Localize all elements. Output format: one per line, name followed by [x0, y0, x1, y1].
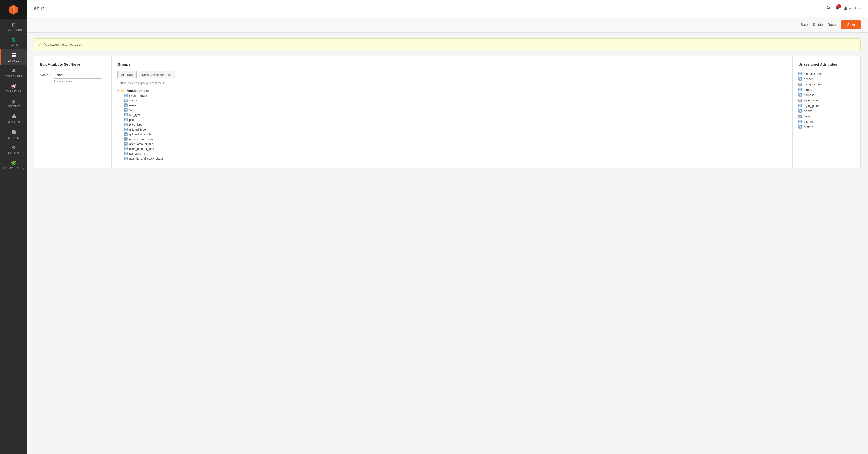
unassigned-item[interactable]: manufacturer	[799, 71, 855, 76]
sidebar-item-catalog[interactable]: CATALOG	[0, 50, 27, 65]
unassigned-item[interactable]: pattern	[799, 119, 855, 125]
unassigned-item-label: pattern	[804, 120, 813, 124]
name-input[interactable]	[54, 71, 102, 79]
collapse-icon: ▾	[118, 89, 119, 92]
tree-item[interactable]: sku	[124, 108, 786, 112]
attribute-icon	[124, 108, 128, 112]
tree-item[interactable]: giftcard_amounts	[124, 132, 786, 137]
unassigned-attributes-panel: Unassigned Attributes manufacturer gende…	[793, 57, 861, 168]
tree-item[interactable]: quantity_and_stock_status	[124, 156, 786, 161]
sidebar-item-label: FIND PARTNERS	[3, 167, 24, 169]
success-message: You saved the attribute set.	[44, 43, 82, 46]
groups-heading: Groups	[118, 62, 786, 66]
tree-item[interactable]: price	[124, 118, 786, 122]
sidebar-logo	[0, 0, 27, 20]
tree-item[interactable]: status	[124, 98, 786, 103]
chevron-down-icon: ▾	[859, 6, 861, 10]
sidebar-item-dashboard[interactable]: ⊞ DASHBOARD	[0, 20, 27, 34]
sidebar-item-label: SALES	[9, 43, 18, 46]
stores-icon	[11, 130, 16, 136]
svg-point-8	[13, 69, 15, 71]
unassigned-item[interactable]: format	[799, 87, 855, 93]
catalog-icon	[11, 52, 16, 58]
unassigned-item[interactable]: sleeve	[799, 108, 855, 114]
svg-rect-4	[12, 53, 13, 55]
sidebar-item-label: SYSTEM	[8, 152, 19, 155]
unassigned-item-label: style_bottom	[804, 99, 820, 102]
tree-item-label: allow_open_amount	[129, 137, 155, 141]
attribute-icon	[799, 77, 802, 81]
unassigned-heading: Unassigned Attributes	[799, 62, 855, 66]
sidebar-item-marketing[interactable]: 📢 MARKETING	[0, 81, 27, 96]
unassigned-item[interactable]: purpose	[799, 93, 855, 98]
attribute-icon	[124, 113, 128, 117]
three-column-panel: Edit Attribute Set Name Name * For inter…	[34, 56, 861, 168]
attribute-icon	[124, 103, 128, 107]
sidebar-item-find-partners[interactable]: 🧩 FIND PARTNERS	[0, 157, 27, 172]
attribute-icon	[124, 152, 128, 156]
name-label-text: Name	[40, 73, 49, 77]
tree-item[interactable]: allow_open_amount	[124, 137, 786, 142]
tree-item[interactable]: price_type	[124, 122, 786, 127]
tree-item-label: price_type	[129, 123, 143, 126]
tree-item[interactable]: open_amount_max	[124, 147, 786, 151]
tree-item[interactable]: tax_class_id	[124, 151, 786, 156]
edit-attribute-set-panel: Edit Attribute Set Name Name * For inter…	[34, 57, 112, 168]
unassigned-item[interactable]: climate	[799, 125, 855, 130]
groups-panel: Groups Add New Delete Selected Group Dou…	[112, 57, 793, 168]
tree-item-label: sku_type	[129, 113, 141, 117]
tree-item[interactable]: name	[124, 103, 786, 108]
marketing-icon: 📢	[11, 84, 17, 89]
save-button[interactable]: Save	[841, 20, 861, 29]
group-name: Product Details	[126, 89, 149, 93]
customers-icon	[11, 68, 16, 74]
name-hint: For internal use	[54, 80, 102, 83]
content-icon: ▦	[11, 99, 16, 104]
sidebar-item-label: STORES	[8, 136, 19, 139]
unassigned-item[interactable]: style_bottom	[799, 98, 855, 103]
tree-item-label: giftcard_type	[129, 128, 146, 131]
tree-item[interactable]: open_amount_min	[124, 142, 786, 147]
tree-item-label: open_amount_min	[129, 142, 153, 146]
tree-item[interactable]: swatch_image	[124, 93, 786, 98]
reset-button[interactable]: Reset	[828, 23, 837, 27]
unassigned-item-label: climate	[804, 125, 813, 129]
attribute-icon	[124, 99, 128, 102]
unassigned-item-label: gender	[804, 77, 813, 81]
action-toolbar: ← Back Delete Reset Save	[27, 17, 868, 33]
unassigned-item[interactable]: category_gear	[799, 82, 855, 87]
delete-button[interactable]: Delete	[813, 23, 823, 27]
sidebar-item-sales[interactable]: 💲 SALES	[0, 34, 27, 50]
attribute-icon	[799, 72, 802, 76]
delete-selected-group-button[interactable]: Delete Selected Group	[138, 71, 175, 78]
tree-item[interactable]: giftcard_type	[124, 127, 786, 132]
sidebar-item-stores[interactable]: STORES	[0, 127, 27, 142]
back-button[interactable]: ← Back	[796, 23, 808, 27]
unassigned-item[interactable]: gender	[799, 76, 855, 82]
sidebar-item-content[interactable]: ▦ CONTENT	[0, 96, 27, 111]
svg-rect-12	[16, 116, 16, 118]
unassigned-item-label: collar	[804, 115, 811, 118]
search-button[interactable]	[826, 6, 831, 11]
notifications-button[interactable]: 1	[835, 6, 839, 11]
attribute-icon	[799, 125, 802, 129]
add-new-button[interactable]: Add New	[118, 71, 136, 78]
sidebar-item-system[interactable]: ⚙ SYSTEM	[0, 142, 27, 157]
attribute-icon	[124, 94, 128, 98]
tree-item[interactable]: sku_type	[124, 112, 786, 118]
unassigned-item[interactable]: collar	[799, 114, 855, 119]
required-star: *	[50, 73, 51, 77]
sidebar-item-label: CONTENT	[7, 105, 20, 108]
admin-user-menu[interactable]: admin ▾	[844, 6, 861, 11]
unassigned-item-label: style_general	[804, 104, 821, 107]
back-label: Back	[801, 23, 808, 27]
sidebar-item-customers[interactable]: CUSTOMERS	[0, 65, 27, 81]
tree-children: swatch_image status name sku	[118, 93, 786, 161]
tree-group-header[interactable]: ▾ 📁 Product Details	[118, 88, 786, 93]
notification-count: 1	[837, 4, 841, 8]
attribute-icon	[799, 109, 802, 113]
unassigned-item[interactable]: style_general	[799, 103, 855, 108]
system-icon: ⚙	[11, 145, 16, 151]
sidebar-item-reports[interactable]: REPORTS	[0, 111, 27, 127]
name-field-row: Name * For internal use	[40, 71, 105, 83]
